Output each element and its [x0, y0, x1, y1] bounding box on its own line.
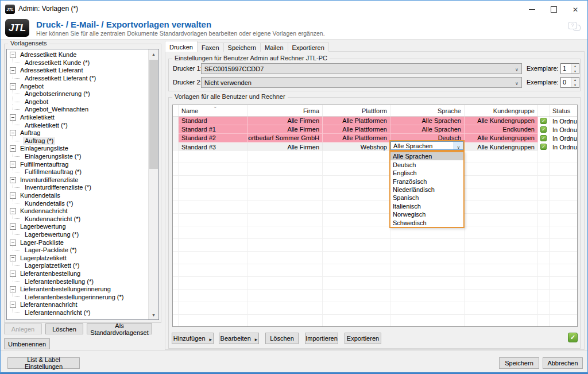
row-selector[interactable] — [173, 125, 179, 134]
list-label-settings-button[interactable]: List & Label Einstellungen — [7, 357, 80, 369]
action-import-button[interactable]: Importieren — [305, 333, 338, 344]
cell-kundengruppe[interactable]: Endkunden — [465, 125, 538, 134]
cell-kundengruppe[interactable]: Alle Kundengruppen — [465, 117, 538, 125]
tree-subitem[interactable]: Angebot_Weihnachten — [8, 106, 148, 114]
tree-subitem[interactable]: Angebotserinnerung (*) — [8, 90, 148, 98]
column-header-status[interactable]: Status — [550, 105, 578, 116]
cell-status[interactable]: In Ordnung — [550, 125, 578, 134]
tree-item[interactable]: Lieferantenbestellung — [8, 270, 148, 278]
tree-subitem[interactable]: Angebot — [8, 98, 148, 106]
exemplare1-stepper[interactable]: 1 — [560, 63, 579, 74]
cell-firma[interactable]: Alle Firmen — [248, 125, 323, 134]
cell-sprache[interactable]: Alle Sprachen — [390, 117, 465, 125]
tree-item[interactable]: Lagerplatzetikett — [8, 254, 148, 262]
action-add-button[interactable]: Hinzufügen — [172, 333, 214, 344]
column-header-kundengruppe[interactable]: Kundengruppe — [465, 105, 538, 116]
tree-subitem[interactable]: Einlagerungsliste (*) — [8, 153, 148, 161]
maximize-button[interactable] — [543, 1, 564, 18]
tree-subitem[interactable]: Lieferantennachricht (*) — [8, 309, 148, 317]
cell-check[interactable] — [538, 117, 550, 125]
tree-subitem[interactable]: Inventurdifferenzliste (*) — [8, 184, 148, 192]
loeschen-vorlagenset-button[interactable]: Löschen — [45, 323, 83, 334]
column-header-sprache[interactable]: Sprache — [390, 105, 465, 116]
cell-kundengruppe[interactable]: Alle Kundengruppen — [465, 142, 538, 151]
dropdown-option[interactable]: Spanisch — [390, 194, 463, 202]
cell-plattform[interactable]: Alle Plattformen — [323, 117, 390, 125]
tree-subitem[interactable]: Adressetikett Lieferant (*) — [8, 75, 148, 83]
row-selector[interactable] — [173, 117, 179, 125]
cell-firma[interactable]: Alle Firmen — [248, 117, 323, 125]
table-row[interactable]: Standard #2Sportbedarf Sommer GmbHAlle P… — [173, 134, 577, 142]
tree-subitem[interactable]: Lager-Packliste (*) — [8, 246, 148, 255]
column-header-firma[interactable]: Firma — [248, 105, 323, 116]
tree-item[interactable]: Artikeletikett — [8, 114, 148, 122]
exemplare2-stepper[interactable]: 0 — [560, 77, 579, 88]
cell-plattform[interactable]: Webshop — [323, 142, 390, 151]
tree-subitem[interactable]: Lagerbewertung (*) — [8, 231, 148, 239]
tree-subitem[interactable]: Kundendetails (*) — [8, 199, 148, 207]
cell-check[interactable] — [538, 134, 550, 142]
cell-status[interactable]: In Ordnung — [550, 117, 578, 125]
table-row[interactable]: Standard #3Alle FirmenWebshopAlle Kunden… — [173, 142, 577, 151]
dropdown-option[interactable]: Italienisch — [390, 202, 463, 210]
spin-up-icon[interactable] — [571, 64, 579, 69]
dropdown-option[interactable]: Niederländisch — [390, 186, 463, 194]
dropdown-option[interactable]: Alle Sprachen — [390, 152, 463, 160]
spin-down-icon[interactable] — [571, 69, 579, 74]
tree-item[interactable]: Adressetikett Kunde — [8, 51, 148, 59]
tree-subitem[interactable]: Lagerplatzetikett (*) — [8, 262, 148, 270]
dropdown-option[interactable]: Englisch — [390, 169, 463, 177]
tab-faxen[interactable]: Faxen — [197, 43, 224, 52]
cell-name[interactable]: Standard #2 — [179, 134, 248, 142]
dropdown-option[interactable]: Französisch — [390, 177, 463, 185]
table-row[interactable]: Standard #1Alle FirmenAlle PlattformenAl… — [173, 125, 577, 134]
speichern-button[interactable]: Speichern — [499, 357, 539, 369]
scrollbar-thumb[interactable] — [149, 60, 158, 169]
drucker2-combobox[interactable]: Nicht verwenden — [201, 77, 522, 88]
language-combobox[interactable]: Alle Sprachen — [389, 140, 465, 151]
als-standardvorlagenset-button[interactable]: Als Standardvorlagenset — [87, 323, 152, 334]
cell-check[interactable] — [538, 125, 550, 134]
cell-plattform[interactable]: Alle Plattformen — [323, 125, 390, 134]
tab-speichern[interactable]: Speichern — [223, 43, 261, 52]
tree-subitem[interactable]: Artikeletikett (*) — [8, 121, 148, 129]
scroll-down-icon[interactable] — [149, 310, 158, 319]
scroll-up-icon[interactable] — [149, 49, 158, 59]
cell-firma[interactable]: Sportbedarf Sommer GmbH — [248, 134, 323, 142]
spin-up-icon[interactable] — [571, 78, 579, 83]
cell-kundengruppe[interactable]: Alle Kundengruppen — [465, 134, 538, 142]
tree-item[interactable]: Auftrag — [8, 129, 148, 137]
spin-down-icon[interactable] — [571, 83, 579, 88]
tree-subitem[interactable]: Fulfillmentauftrag (*) — [8, 168, 148, 176]
cell-firma[interactable]: Alle Firmen — [248, 142, 323, 151]
tree-item[interactable]: Lager-Packliste — [8, 238, 148, 246]
tree-item[interactable]: Kundennachricht — [8, 207, 148, 215]
tree-scrollbar[interactable] — [148, 49, 158, 319]
action-edit-button[interactable]: Bearbeiten — [219, 333, 259, 344]
row-selector[interactable] — [173, 142, 179, 151]
column-header-plattform[interactable]: Plattform — [323, 105, 390, 116]
dropdown-option[interactable]: Deutsch — [390, 160, 463, 168]
tree-subitem[interactable]: Lieferantenbestellung (*) — [8, 277, 148, 286]
anlegen-button[interactable]: Anlegen — [4, 323, 42, 334]
drucker1-combobox[interactable]: SEC0015997CCDD7 — [201, 63, 522, 74]
tab-exportieren[interactable]: Exportieren — [288, 43, 329, 52]
tree-subitem[interactable]: Lieferantenbestellungerinnerung (*) — [8, 293, 148, 301]
tab-drucken[interactable]: Drucken — [165, 41, 198, 52]
tree-subitem[interactable]: Kundennachricht (*) — [8, 215, 148, 223]
umbenennen-button[interactable]: Umbenennen — [4, 338, 50, 349]
action-delete-button[interactable]: Löschen — [265, 333, 299, 344]
language-dropdown-button[interactable] — [454, 142, 463, 149]
column-header-name[interactable]: Name — [179, 105, 248, 116]
cell-name[interactable]: Standard — [179, 117, 248, 125]
tree-item[interactable]: Lieferantenbestellungerinnerung — [8, 286, 148, 294]
cell-check[interactable] — [538, 142, 550, 151]
abbrechen-button[interactable]: Abbrechen — [543, 357, 583, 369]
tree-subitem[interactable]: Auftrag (*) — [8, 137, 148, 145]
cell-status[interactable]: In Ordnung — [550, 142, 578, 151]
cell-plattform[interactable]: Alle Plattformen — [323, 134, 390, 142]
tree-item[interactable]: Lieferantennachricht — [8, 301, 148, 309]
dropdown-option[interactable]: Schwedisch — [390, 219, 463, 227]
tree-item[interactable]: Fulfillmentauftrag — [8, 160, 148, 168]
dropdown-option[interactable]: Norwegisch — [390, 210, 463, 218]
